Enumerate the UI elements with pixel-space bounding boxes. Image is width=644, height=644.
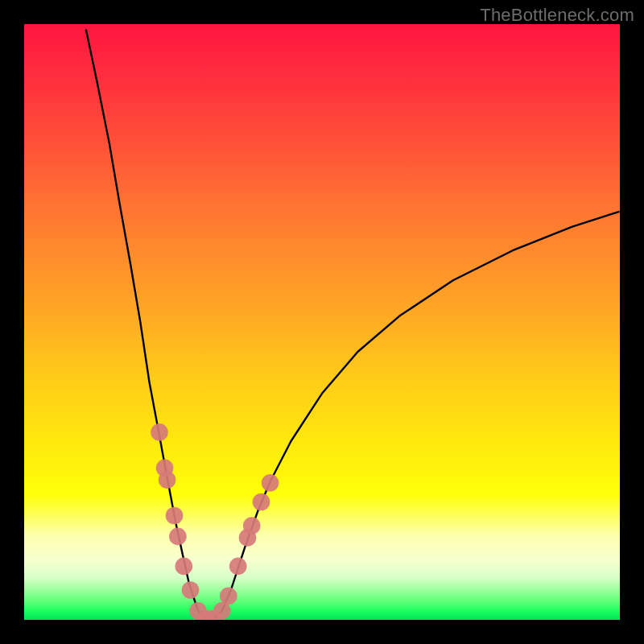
marker-point bbox=[182, 581, 200, 599]
marker-point bbox=[159, 471, 176, 489]
marker-point bbox=[166, 507, 184, 525]
marker-point bbox=[243, 517, 261, 535]
chart-frame: TheBottleneck.com bbox=[0, 0, 644, 644]
marker-point bbox=[229, 558, 247, 576]
marker-point bbox=[213, 602, 231, 620]
plot-area bbox=[24, 24, 620, 620]
marker-point bbox=[262, 474, 279, 492]
marker-group bbox=[151, 423, 279, 620]
marker-point bbox=[253, 493, 270, 511]
marker-point bbox=[151, 423, 168, 441]
marker-point bbox=[220, 588, 237, 605]
marker-point bbox=[175, 558, 193, 576]
chart-overlay bbox=[24, 24, 620, 620]
marker-point bbox=[169, 528, 187, 546]
bottleneck-curve bbox=[86, 30, 619, 618]
watermark-text: TheBottleneck.com bbox=[480, 5, 634, 26]
